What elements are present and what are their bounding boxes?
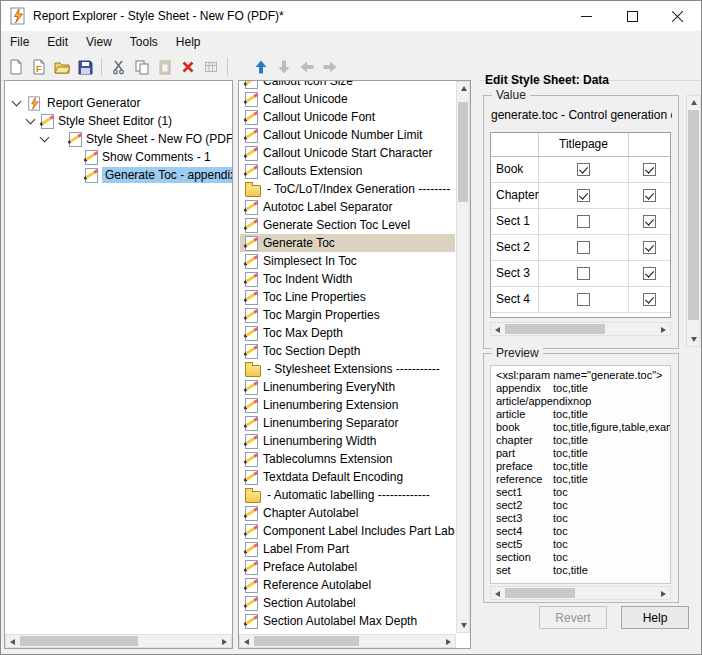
scroll-up-arrow[interactable] [457,82,470,95]
tree-item-stylesheet-editor[interactable]: Style Sheet Editor (1) [5,112,232,130]
chevron-down-icon[interactable] [12,97,22,107]
edit-parameter-icon [245,506,257,520]
list-item[interactable]: Callouts Extension [240,162,455,180]
menu-help[interactable]: Help [167,35,210,49]
titlepage-checkbox[interactable] [577,241,590,254]
menu-file[interactable]: File [1,35,38,49]
list-item[interactable]: Linenumbering Width [240,432,455,450]
list-item[interactable]: Tablecolumns Extension [240,450,455,468]
back-button[interactable] [295,55,318,78]
move-up-button[interactable] [249,55,272,78]
second-column-checkbox[interactable] [643,163,656,176]
paste-button[interactable] [153,55,176,78]
forward-button[interactable] [318,55,341,78]
menu-tools[interactable]: Tools [121,35,167,49]
titlepage-checkbox[interactable] [577,293,590,306]
edit-parameter-icon [245,596,257,610]
list-item[interactable]: Callout Unicode Number Limit [240,126,455,144]
menu-view[interactable]: View [77,35,121,49]
scroll-right-arrow[interactable] [657,323,670,336]
list-item[interactable]: Callout Unicode Font [240,108,455,126]
scrollbar-thumb[interactable] [505,324,605,334]
open-button[interactable] [50,55,73,78]
list-item[interactable]: Reference Autolabel [240,576,455,594]
scroll-right-arrow[interactable] [218,635,231,648]
list-item[interactable]: Callout Icon Size [240,81,455,90]
second-column-checkbox[interactable] [643,241,656,254]
scrollbar-thumb[interactable] [254,636,359,646]
titlepage-checkbox[interactable] [577,215,590,228]
list-item[interactable]: Section Autolabel [240,594,455,612]
new-stylesheet-button[interactable]: F [27,55,50,78]
tree-item-stylesheet[interactable]: Style Sheet - New FO (PDF)* [5,130,232,148]
list-item[interactable]: Autotoc Label Separator [240,198,455,216]
titlepage-checkbox[interactable] [577,189,590,202]
scrollbar-thumb[interactable] [20,636,138,646]
list-item[interactable]: Toc Section Depth [240,342,455,360]
scroll-left-arrow[interactable] [6,635,19,648]
chevron-down-icon[interactable] [40,133,50,143]
revert-button[interactable]: Revert [539,606,607,629]
minimize-button[interactable] [563,1,609,31]
list-item[interactable]: Preface Autolabel [240,558,455,576]
scroll-down-arrow[interactable] [457,619,470,632]
second-column-checkbox[interactable] [643,215,656,228]
second-column-checkbox[interactable] [643,189,656,202]
list-item[interactable]: - Stylesheet Extensions ----------- [240,360,455,378]
scroll-down-arrow[interactable] [687,333,700,346]
titlepage-checkbox[interactable] [577,163,590,176]
preview-entry-value: toc,title,figure,table,example [553,421,671,433]
close-button[interactable] [655,1,701,31]
list-item[interactable]: Callout Unicode [240,90,455,108]
list-item[interactable]: Simplesect In Toc [240,252,455,270]
second-column-checkbox[interactable] [643,267,656,280]
list-item-label: Preface Autolabel [263,560,357,574]
list-item[interactable]: Toc Max Depth [240,324,455,342]
scroll-up-arrow[interactable] [687,96,700,109]
list-item[interactable]: Generate Toc [240,234,455,252]
list-item[interactable]: Callout Unicode Start Character [240,144,455,162]
list-item[interactable]: Toc Margin Properties [240,306,455,324]
list-item[interactable]: Linenumbering Separator [240,414,455,432]
list-item[interactable]: Linenumbering Extension [240,396,455,414]
tree-item-show-comments[interactable]: Show Comments - 1 [5,148,232,166]
list-item[interactable]: Textdata Default Encoding [240,468,455,486]
scrollbar-thumb[interactable] [688,110,699,320]
help-button[interactable]: Help [621,606,689,629]
list-item[interactable]: Chapter Autolabel [240,504,455,522]
scroll-left-arrow[interactable] [491,323,504,336]
scroll-right-arrow[interactable] [657,587,670,600]
scrollbar-thumb[interactable] [458,102,468,202]
tree-item-report-generator[interactable]: Report Generator [5,94,232,112]
splitter-right[interactable] [471,80,479,649]
tree-item-generate-toc[interactable]: Generate Toc - appendix t [5,166,232,184]
scroll-left-arrow[interactable] [240,635,253,648]
cut-button[interactable] [107,55,130,78]
second-column-checkbox[interactable] [643,293,656,306]
list-item[interactable]: Component Label Includes Part Label [240,522,455,540]
list-item-label: Linenumbering Width [263,434,376,448]
table-row: Sect 2 [491,235,670,261]
titlepage-checkbox[interactable] [577,267,590,280]
maximize-button[interactable] [609,1,655,31]
list-item[interactable]: Linenumbering EveryNth [240,378,455,396]
menu-edit[interactable]: Edit [38,35,77,49]
list-item[interactable]: Toc Line Properties [240,288,455,306]
list-item[interactable]: Toc Indent Width [240,270,455,288]
list-item[interactable]: - ToC/LoT/Index Generation -------- [240,180,455,198]
save-button[interactable] [73,55,96,78]
move-down-button[interactable] [272,55,295,78]
chevron-down-icon[interactable] [26,115,36,125]
scroll-right-arrow[interactable] [442,635,455,648]
list-item[interactable]: Generate Section Toc Level [240,216,455,234]
delete-button[interactable] [176,55,199,78]
edit-parameter-icon [245,81,257,88]
list-item[interactable]: Label From Part [240,540,455,558]
scroll-left-arrow[interactable] [491,587,504,600]
scrollbar-thumb[interactable] [505,588,575,598]
grid-button[interactable] [199,55,222,78]
list-item[interactable]: Section Autolabel Max Depth [240,612,455,630]
list-item[interactable]: - Automatic labelling ------------- [240,486,455,504]
new-report-button[interactable] [4,55,27,78]
copy-button[interactable] [130,55,153,78]
